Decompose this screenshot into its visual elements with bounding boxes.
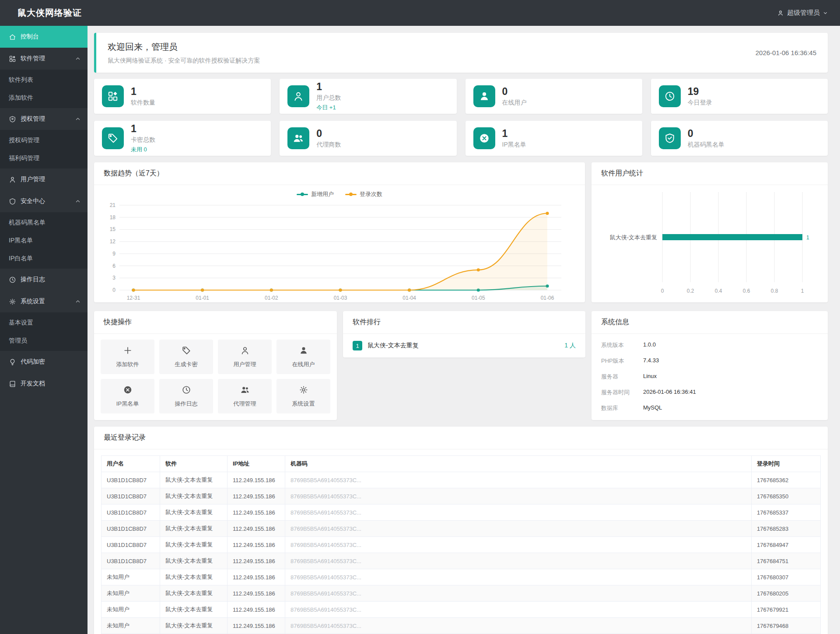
table-cell: 8769B5B5A6914055373C... bbox=[285, 504, 752, 521]
sidebar-item-label: 用户管理 bbox=[21, 175, 80, 183]
legend-marker bbox=[297, 193, 308, 196]
table-row: 未知用户鼠大侠-文本去重复112.249.155.1868769B5B5A691… bbox=[102, 602, 821, 618]
svg-text:15: 15 bbox=[110, 226, 116, 232]
table-cell: 1767685283 bbox=[752, 521, 821, 537]
sidebar-item-users[interactable]: 用户管理 bbox=[0, 168, 88, 190]
ranking-item[interactable]: 1鼠大侠-文本去重复1 人 bbox=[343, 334, 585, 357]
system-info-label: 数据库 bbox=[601, 404, 643, 412]
quick-action-生成卡密[interactable]: 生成卡密 bbox=[159, 340, 213, 374]
trend-chart-legend: 新增用户登录次数 bbox=[94, 185, 585, 199]
table-cell: 鼠大侠-文本去重复 bbox=[160, 488, 228, 504]
sidebar-item-label: 代码加密 bbox=[21, 358, 80, 366]
table-cell: 112.249.155.186 bbox=[228, 602, 285, 618]
quick-action-代理管理[interactable]: 代理管理 bbox=[218, 379, 272, 413]
quick-action-label: IP黑名单 bbox=[116, 400, 139, 408]
sidebar-subitem[interactable]: 机器码黑名单 bbox=[0, 214, 88, 231]
svg-text:01-04: 01-04 bbox=[402, 295, 416, 301]
table-cell: 8769B5B5A6914055373C... bbox=[285, 602, 752, 618]
table-cell: U3B1D1CB8D7 bbox=[102, 537, 160, 553]
sidebar-subitem[interactable]: 添加软件 bbox=[0, 89, 88, 107]
system-info-value: 7.4.33 bbox=[643, 357, 659, 365]
software-ranking-list: 1鼠大侠-文本去重复1 人 bbox=[343, 334, 585, 357]
table-cell: 1767684751 bbox=[752, 553, 821, 569]
sidebar-item-security[interactable]: 安全中心 bbox=[0, 190, 88, 212]
table-cell: 112.249.155.186 bbox=[228, 585, 285, 602]
clock-icon bbox=[182, 385, 191, 396]
system-info-label: 服务器 bbox=[601, 373, 643, 381]
book-icon bbox=[9, 380, 16, 388]
chevron-up-icon bbox=[75, 299, 80, 304]
table-cell: 1767685350 bbox=[752, 488, 821, 504]
table-cell: 8769B5B5A6914055373C... bbox=[285, 569, 752, 585]
users-icon bbox=[287, 127, 309, 149]
recent-logins-title: 最近登录记录 bbox=[94, 427, 828, 449]
user-menu[interactable]: 超级管理员 bbox=[777, 9, 828, 17]
sidebar-subitem[interactable]: 管理员 bbox=[0, 332, 88, 350]
table-row: U3B1D1CB8D7鼠大侠-文本去重复112.249.155.1868769B… bbox=[102, 537, 821, 553]
sidebar-item-label: 系统设置 bbox=[21, 298, 75, 305]
table-cell: 112.249.155.186 bbox=[228, 553, 285, 569]
sidebar-subitem[interactable]: 授权码管理 bbox=[0, 131, 88, 149]
system-info-list: 系统版本1.0.0PHP版本7.4.33服务器Linux服务器时间2026-01… bbox=[592, 334, 828, 420]
table-cell: 鼠大侠-文本去重复 bbox=[160, 472, 228, 488]
tag-icon bbox=[102, 127, 124, 149]
table-column-header: 登录时间 bbox=[752, 456, 821, 472]
sidebar-subitem[interactable]: 基本设置 bbox=[0, 314, 88, 332]
software-ranking-title: 软件排行 bbox=[343, 311, 585, 334]
user-icon bbox=[777, 10, 784, 17]
sidebar-item-console[interactable]: 控制台 bbox=[0, 26, 88, 48]
stat-value: 1 bbox=[502, 128, 526, 139]
table-cell: 8769B5B5A6914055373C... bbox=[285, 472, 752, 488]
sidebar: 控制台软件管理软件列表添加软件授权管理授权码管理福利码管理用户管理安全中心机器码… bbox=[0, 26, 88, 634]
software-users-chart: 00.20.40.60.81鼠大侠-文本去重复1 bbox=[592, 185, 828, 300]
system-info-row: 服务器Linux bbox=[601, 369, 818, 385]
shield-icon bbox=[9, 198, 16, 205]
table-cell: 鼠大侠-文本去重复 bbox=[160, 618, 228, 634]
table-cell: 未知用户 bbox=[102, 602, 160, 618]
quick-actions-card: 快捷操作 添加软件生成卡密用户管理在线用户IP黑名单操作日志代理管理系统设置 bbox=[94, 311, 337, 420]
table-cell: 鼠大侠-文本去重复 bbox=[160, 553, 228, 569]
table-cell: 鼠大侠-文本去重复 bbox=[160, 504, 228, 521]
legend-item[interactable]: 新增用户 bbox=[297, 190, 334, 198]
license-icon bbox=[9, 116, 16, 123]
sidebar-item-docs[interactable]: 开发文档 bbox=[0, 373, 88, 395]
quick-action-label: 在线用户 bbox=[292, 361, 315, 368]
table-column-header: 用户名 bbox=[102, 456, 160, 472]
sidebar-item-software[interactable]: 软件管理 bbox=[0, 48, 88, 70]
chevron-down-icon bbox=[823, 11, 828, 15]
table-cell: U3B1D1CB8D7 bbox=[102, 553, 160, 569]
quick-action-添加软件[interactable]: 添加软件 bbox=[101, 340, 154, 374]
table-cell: 8769B5B5A6914055373C... bbox=[285, 618, 752, 634]
sidebar-item-encrypt[interactable]: 代码加密 bbox=[0, 351, 88, 373]
quick-action-在线用户[interactable]: 在线用户 bbox=[276, 340, 330, 374]
recent-logins-table: 用户名软件IP地址机器码登录时间 U3B1D1CB8D7鼠大侠-文本去重复112… bbox=[101, 455, 821, 634]
quick-action-系统设置[interactable]: 系统设置 bbox=[276, 379, 330, 413]
quick-action-label: 系统设置 bbox=[292, 400, 315, 408]
welcome-card: 欢迎回来，管理员 鼠大侠网络验证系统 · 安全可靠的软件授权验证解决方案 202… bbox=[94, 33, 828, 73]
quick-action-操作日志[interactable]: 操作日志 bbox=[159, 379, 213, 413]
sidebar-item-license[interactable]: 授权管理 bbox=[0, 108, 88, 130]
table-cell: U3B1D1CB8D7 bbox=[102, 488, 160, 504]
svg-text:12-31: 12-31 bbox=[127, 295, 140, 301]
stat-value: 0 bbox=[688, 128, 724, 139]
sidebar-subitem[interactable]: 软件列表 bbox=[0, 71, 88, 89]
table-cell: 1767680307 bbox=[752, 569, 821, 585]
sidebar-subitem[interactable]: IP白名单 bbox=[0, 249, 88, 267]
table-column-header: 软件 bbox=[160, 456, 228, 472]
sidebar-item-settings[interactable]: 系统设置 bbox=[0, 291, 88, 312]
quick-action-IP黑名单[interactable]: IP黑名单 bbox=[101, 379, 154, 413]
system-info-title: 系统信息 bbox=[592, 311, 828, 334]
top-navbar: 鼠大侠网络验证 超级管理员 bbox=[0, 0, 840, 26]
table-cell: U3B1D1CB8D7 bbox=[102, 472, 160, 488]
sidebar-subitem[interactable]: IP黑名单 bbox=[0, 231, 88, 249]
sidebar-item-logs[interactable]: 操作日志 bbox=[0, 269, 88, 291]
svg-text:9: 9 bbox=[112, 251, 116, 257]
stat-label: 在线用户 bbox=[502, 99, 527, 107]
quick-action-用户管理[interactable]: 用户管理 bbox=[218, 340, 272, 374]
legend-item[interactable]: 登录次数 bbox=[345, 190, 382, 198]
users-icon bbox=[240, 385, 250, 396]
sidebar-subitem[interactable]: 福利码管理 bbox=[0, 149, 88, 167]
user-solid-icon bbox=[299, 346, 308, 357]
charts-row: 数据趋势（近7天） 新增用户登录次数 03691215182112-3101-0… bbox=[94, 162, 828, 302]
software-users-chart-card: 软件用户统计 00.20.40.60.81鼠大侠-文本去重复1 bbox=[592, 162, 828, 302]
